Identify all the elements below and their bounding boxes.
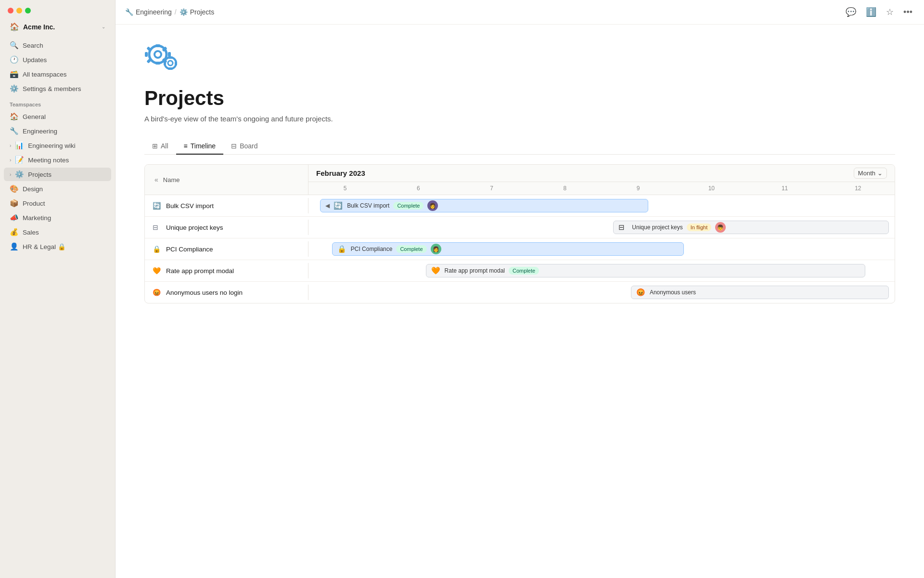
timeline-day-12: 12 (821, 184, 895, 193)
month-selector-button[interactable]: Month ⌄ (854, 168, 887, 179)
settings-icon: ⚙️ (10, 84, 19, 93)
sidebar-item-settings-label: Settings & members (23, 85, 105, 92)
row-rate-app-bar[interactable]: 🧡 Rate app prompt modal Complete (426, 264, 866, 277)
back-arrow-icon: ◀ (325, 202, 330, 209)
svg-rect-4 (145, 52, 148, 57)
row-unique-keys-bar-area: ⊟ Unique project keys In flight 👦 (308, 217, 895, 238)
palette-icon: 🎨 (10, 184, 19, 193)
workspace-chevron-icon: ⌄ (102, 24, 105, 29)
close-button[interactable] (8, 8, 13, 13)
row-anon-users-name[interactable]: 😡 Anonymous users no login (145, 285, 308, 300)
workspace-header[interactable]: 🏠 Acme Inc. ⌄ (4, 19, 111, 34)
table-row: 🔒 PCI Compliance 🔒 PCI Compliance Comple… (145, 238, 895, 260)
timeline-day-5: 5 (308, 184, 382, 193)
box-icon: 📦 (10, 199, 19, 208)
row-anon-users-label: Anonymous users no login (166, 289, 243, 296)
tab-timeline-icon: ≡ (184, 142, 188, 150)
timeline-day-10: 10 (675, 184, 748, 193)
svg-rect-14 (164, 62, 166, 66)
sidebar-item-projects-label: Projects (28, 171, 105, 178)
row-pci-name[interactable]: 🔒 PCI Compliance (145, 241, 308, 257)
wrench-icon: 🔧 (10, 127, 19, 135)
sidebar-item-updates[interactable]: 🕐 Updates (4, 53, 111, 66)
table-row: 🔄 Bulk CSV import ◀ 🔄 Bulk CSV import Co… (145, 195, 895, 217)
bar-table-icon: ⊟ (618, 223, 628, 232)
svg-rect-3 (155, 62, 160, 65)
sidebar-item-projects[interactable]: › ⚙️ Projects (4, 168, 111, 181)
projects-breadcrumb-icon: ⚙️ (180, 8, 188, 16)
sidebar-item-sales[interactable]: 💰 Sales (4, 225, 111, 239)
timeline-month-label: February 2023 (316, 169, 365, 177)
sidebar-item-product[interactable]: 📦 Product (4, 197, 111, 210)
timeline-header: « Name February 2023 Month ⌄ 5 6 7 (145, 165, 895, 195)
table-row: 😡 Anonymous users no login 😡 Anonymous u… (145, 282, 895, 303)
more-options-button[interactable]: ••• (901, 5, 914, 19)
sidebar: 🏠 Acme Inc. ⌄ 🔍 Search 🕐 Updates 🗃️ All … (0, 0, 116, 578)
timeline-day-11: 11 (748, 184, 821, 193)
row-unique-keys-bar[interactable]: ⊟ Unique project keys In flight 👦 (613, 221, 888, 234)
row-bulk-csv-bar[interactable]: ◀ 🔄 Bulk CSV import Complete 👩 (320, 199, 648, 212)
row-anon-users-bar[interactable]: 😡 Anonymous users (631, 286, 889, 299)
timeline-container: « Name February 2023 Month ⌄ 5 6 7 (144, 164, 895, 303)
breadcrumb-projects[interactable]: ⚙️ Projects (180, 8, 215, 16)
breadcrumb: 🔧 Engineering / ⚙️ Projects (125, 8, 840, 16)
sidebar-item-all-teamspaces-label: All teamspaces (23, 71, 105, 78)
star-button[interactable]: ☆ (884, 5, 896, 19)
topbar-actions: 💬 ℹ️ ☆ ••• (844, 5, 914, 19)
timeline-days-row: 5 6 7 8 9 10 11 12 (308, 182, 895, 195)
svg-rect-15 (175, 62, 177, 66)
row-anon-users-bar-area: 😡 Anonymous users (308, 282, 895, 303)
sidebar-item-hr-legal[interactable]: 👤 HR & Legal 🔒 (4, 240, 111, 253)
sidebar-item-design[interactable]: 🎨 Design (4, 182, 111, 196)
engineering-breadcrumb-icon: 🔧 (125, 8, 133, 16)
home-icon: 🏠 (10, 112, 19, 121)
timeline-day-8: 8 (528, 184, 602, 193)
breadcrumb-engineering[interactable]: 🔧 Engineering (125, 8, 172, 16)
name-column-label: Name (163, 176, 180, 184)
avatar: 👦 (715, 222, 726, 233)
collapse-timeline-button[interactable]: « (153, 175, 160, 184)
tab-timeline[interactable]: ≡ Timeline (176, 138, 224, 155)
tab-board[interactable]: ⊟ Board (223, 138, 265, 155)
bar-anon-icon: 😡 (636, 288, 646, 297)
breadcrumb-separator: / (175, 8, 177, 16)
topbar: 🔧 Engineering / ⚙️ Projects 💬 ℹ️ ☆ ••• (116, 0, 924, 25)
table-icon: ⊟ (153, 223, 162, 231)
sidebar-item-search-label: Search (23, 42, 105, 49)
sidebar-item-hr-legal-label: HR & Legal 🔒 (23, 243, 105, 250)
sidebar-item-marketing[interactable]: 📣 Marketing (4, 211, 111, 224)
bar-unique-keys-label: Unique project keys (632, 224, 682, 231)
sidebar-item-settings[interactable]: ⚙️ Settings & members (4, 82, 111, 95)
sidebar-item-all-teamspaces[interactable]: 🗃️ All teamspaces (4, 67, 111, 81)
status-badge: Complete (396, 245, 426, 253)
sidebar-item-engineering[interactable]: 🔧 Engineering (4, 124, 111, 138)
row-rate-app-name[interactable]: 🧡 Rate app prompt modal (145, 263, 308, 278)
teamspaces-section-label: Teamspaces (0, 96, 115, 109)
tab-all[interactable]: ⊞ All (144, 138, 176, 155)
tab-board-icon: ⊟ (231, 142, 237, 150)
anon-icon: 😡 (153, 289, 162, 296)
row-unique-keys-name[interactable]: ⊟ Unique project keys (145, 220, 308, 235)
sidebar-item-design-label: Design (23, 185, 105, 193)
sidebar-item-meeting-notes[interactable]: › 📝 Meeting notes (4, 153, 111, 167)
row-rate-app-label: Rate app prompt modal (166, 267, 234, 275)
row-bulk-csv-name[interactable]: 🔄 Bulk CSV import (145, 198, 308, 213)
timeline-day-7: 7 (455, 184, 528, 193)
bar-lock-icon: 🔒 (337, 245, 347, 253)
status-badge: Complete (393, 202, 424, 210)
month-selector-label: Month (858, 170, 875, 177)
timeline-month-row: February 2023 Month ⌄ (308, 165, 895, 182)
bar-bulk-csv-label: Bulk CSV import (347, 202, 389, 209)
row-pci-label: PCI Compliance (166, 246, 213, 253)
svg-rect-13 (168, 67, 173, 70)
row-rate-app-bar-area: 🧡 Rate app prompt modal Complete (308, 260, 895, 281)
info-button[interactable]: ℹ️ (864, 5, 878, 19)
tab-board-label: Board (240, 142, 257, 150)
sidebar-item-search[interactable]: 🔍 Search (4, 39, 111, 52)
sidebar-item-engineering-wiki[interactable]: › 📊 Engineering wiki (4, 139, 111, 152)
maximize-button[interactable] (25, 8, 31, 13)
comment-button[interactable]: 💬 (844, 5, 858, 19)
sidebar-item-general[interactable]: 🏠 General (4, 110, 111, 123)
row-pci-bar[interactable]: 🔒 PCI Compliance Complete 👩 (332, 242, 684, 256)
minimize-button[interactable] (16, 8, 22, 13)
